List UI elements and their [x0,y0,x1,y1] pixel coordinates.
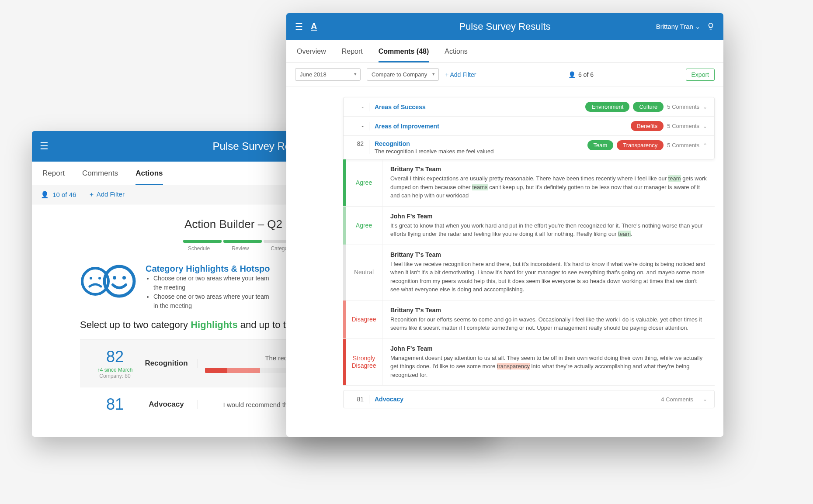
category-name: Recognition [141,359,198,368]
step-schedule: Schedule [188,245,210,252]
comment-row: Neutral Brittany T's Team I feel like we… [343,245,715,300]
export-button[interactable]: Export [686,69,715,81]
area-title: Areas of Success [375,104,426,110]
smile-frown-icon [80,264,137,299]
area-score: - [351,123,364,130]
step-review: Review [232,245,249,252]
comment-text: It's great to know that when you work ha… [390,221,707,238]
bullet-2: Choose one or two areas where your team … [153,292,270,311]
comments-list: Agree Brittany T's Team Overall I think … [343,159,715,386]
chevron-down-icon: ⌄ [695,23,701,30]
menu-icon[interactable]: ☰ [40,141,49,152]
area-title: Areas of Improvement [375,123,439,130]
score-value: 81 [89,395,141,414]
bullet-1: Choose one or two areas where your team … [153,274,270,292]
user-menu[interactable]: Brittany Tran ⌄ [656,23,701,31]
progress-seg-2 [223,240,262,243]
period-dropdown[interactable]: June 2018 [295,68,361,81]
tab-report[interactable]: Report [42,169,65,178]
area-count: 5 Comments [667,104,699,110]
results-count[interactable]: 👤 10 of 46 [41,191,76,199]
compare-dropdown[interactable]: Compare to Company [367,68,439,81]
category-heading: Category Highlights & Hotspo [146,264,270,274]
tab-comments[interactable]: Comments (48) [379,48,429,62]
comment-team: Brittany T's Team [390,251,707,258]
results-count: 6 of 6 [578,71,594,78]
sentiment-label: Disagree [346,300,382,338]
comment-row: Agree Brittany T's Team Overall I think … [343,159,715,207]
header-bar: ☰ A Pulse Survey Results Brittany Tran ⌄ [286,13,723,40]
add-filter-button[interactable]: ＋ Add Filter [88,190,125,199]
tab-overview[interactable]: Overview [297,48,326,55]
score-value: 82 [89,348,141,366]
area-count: 4 Comments [661,396,693,403]
user-name: Brittany Tran [656,23,693,30]
comment-text: I feel like we receive recognition here … [390,260,707,294]
sentiment-label: Strongly Disagree [346,339,382,386]
tag-transparency[interactable]: Transparency [617,140,664,150]
area-title: Recognition [375,140,493,147]
chevron-up-icon: ⌃ [703,142,707,148]
score-col: 82 ↑4 since March Company: 80 [89,348,141,379]
lightbulb-icon[interactable] [707,22,715,31]
areas-panel: - Areas of Success Environment Culture 5… [343,97,715,159]
area-title: Advocacy [375,396,403,403]
menu-icon[interactable]: ☰ [295,21,303,32]
score-company: Company: 80 [89,373,141,379]
tag-team[interactable]: Team [587,140,614,150]
area-improvement-row[interactable]: - Areas of Improvement Benefits 5 Commen… [344,117,714,136]
sentiment-label: Neutral [346,245,382,300]
comment-team: Brittany T's Team [390,307,707,314]
comment-row: Agree John F's Team It's great to know t… [343,207,715,245]
comments-window: ☰ A Pulse Survey Results Brittany Tran ⌄… [286,13,723,437]
chevron-down-icon: ⌄ [703,104,707,110]
comment-text: Management doesnt pay attention to us at… [390,354,707,380]
category-name: Advocacy [141,400,198,409]
comment-team: John F's Team [390,213,707,220]
score-delta: ↑4 since March [89,367,141,373]
comment-team: Brittany T's Team [390,166,707,173]
tag-culture[interactable]: Culture [633,102,664,112]
comment-team: John F's Team [390,345,707,352]
svg-point-1 [90,277,92,280]
comment-text: Overall I think expectations are usually… [390,174,707,200]
results-count-text: 10 of 46 [52,191,76,198]
tab-report[interactable]: Report [342,48,363,55]
tab-actions[interactable]: Actions [136,169,163,185]
tab-actions[interactable]: Actions [445,48,467,55]
sentiment-label: Agree [346,159,382,206]
chevron-down-icon: ⌄ [703,123,707,129]
area-score: 81 [351,396,364,403]
person-icon: 👤 [568,71,576,78]
chevron-down-icon: ⌄ [703,396,707,402]
plus-icon: ＋ [88,190,95,198]
logo-icon[interactable]: A [311,21,317,32]
area-recognition-row[interactable]: 82 Recognition The recognition I receive… [344,136,714,159]
toolbar: June 2018 Compare to Company + Add Filte… [286,63,723,86]
score-col: 81 [89,395,141,414]
comment-row: Disagree Brittany T's Team Reconition fo… [343,300,715,339]
advocacy-row[interactable]: 81 Advocacy 4 Comments ⌄ [343,390,715,408]
area-success-row[interactable]: - Areas of Success Environment Culture 5… [344,97,714,117]
svg-point-5 [122,276,126,280]
sentiment-label: Agree [346,207,382,245]
comment-text: Reconition for our efforts seems to come… [390,315,707,332]
page-title: Pulse Survey Results [459,21,550,32]
area-score: 82 [351,140,364,147]
progress-seg-1 [183,240,222,243]
add-filter-label: Add Filter [97,190,125,198]
tabs-bar: Overview Report Comments (48) Actions [286,40,723,63]
svg-point-4 [113,276,116,280]
comment-row: Strongly Disagree John F's Team Manageme… [343,339,715,386]
tag-benefits[interactable]: Benefits [631,121,664,131]
area-subtitle: The recognition I receive makes me feel … [375,148,493,155]
person-icon: 👤 [41,191,49,198]
add-filter-button[interactable]: + Add Filter [445,71,476,78]
area-count: 5 Comments [667,142,699,148]
area-count: 5 Comments [667,123,699,129]
tag-environment[interactable]: Environment [585,102,629,112]
tab-comments[interactable]: Comments [82,169,118,178]
svg-point-2 [98,277,101,280]
area-score: - [351,104,364,110]
